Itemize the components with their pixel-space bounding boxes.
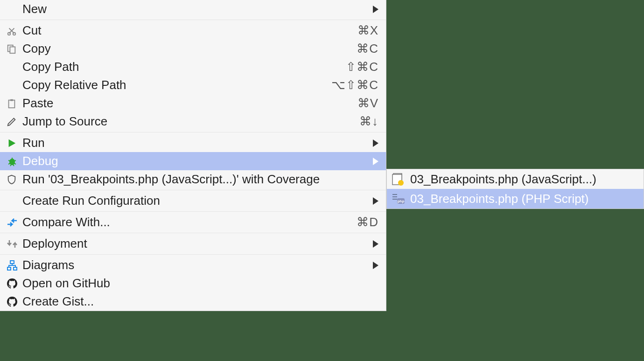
menu-label: Deployment: [22, 236, 366, 251]
menu-shortcut: ⌘↓: [359, 114, 378, 129]
svg-text:php: php: [398, 199, 405, 203]
chevron-right-icon: [369, 154, 378, 168]
menu-item-compare-with[interactable]: Compare With... ⌘D: [0, 213, 386, 231]
menu-shortcut: ⌘X: [357, 23, 378, 38]
menu-label: New: [22, 2, 366, 16]
svg-point-1: [13, 32, 16, 35]
chevron-right-icon: [369, 136, 378, 150]
menu-label: Run '03_Breakpoints.php (JavaScript...)'…: [22, 172, 378, 187]
cut-icon: [7, 26, 22, 36]
menu-label: Debug: [22, 154, 366, 168]
menu-item-open-on-github[interactable]: Open on GitHub: [0, 274, 386, 292]
menu-label: Jump to Source: [22, 114, 359, 129]
menu-item-create-gist[interactable]: Create Gist...: [0, 292, 386, 311]
submenu-item-js-debug[interactable]: 03_Breakpoints.php (JavaScript...): [387, 169, 644, 189]
menu-label: Copy Relative Path: [22, 78, 331, 92]
separator: [0, 132, 386, 132]
menu-label: Open on GitHub: [22, 276, 378, 291]
svg-point-12: [398, 180, 404, 186]
separator: [0, 190, 386, 190]
menu-shortcut: ⇧⌘C: [346, 60, 378, 74]
svg-point-0: [8, 32, 11, 35]
php-file-icon: php: [392, 193, 410, 205]
menu-label: Copy: [22, 42, 357, 56]
paste-icon: [7, 98, 22, 109]
menu-item-create-run-config[interactable]: Create Run Configuration: [0, 192, 386, 210]
copy-icon: [7, 44, 22, 54]
svg-rect-8: [7, 267, 11, 270]
menu-label: Paste: [22, 96, 357, 111]
debug-submenu: 03_Breakpoints.php (JavaScript...) php 0…: [386, 169, 644, 209]
menu-item-run[interactable]: Run: [0, 134, 386, 152]
svg-rect-9: [14, 267, 17, 270]
chevron-right-icon: [369, 194, 378, 208]
separator: [0, 233, 386, 233]
menu-shortcut: ⌘D: [357, 215, 378, 229]
js-file-icon: [392, 173, 410, 186]
menu-label: Copy Path: [22, 60, 346, 74]
separator: [0, 20, 386, 20]
menu-item-paste[interactable]: Paste ⌘V: [0, 94, 386, 112]
svg-rect-3: [10, 47, 15, 53]
context-menu: New Cut ⌘X Copy ⌘C Copy Path ⇧⌘C Copy Re…: [0, 0, 386, 311]
deployment-icon: [7, 239, 22, 249]
submenu-item-php-debug[interactable]: php 03_Breakpoints.php (PHP Script): [387, 189, 644, 208]
menu-label: Cut: [22, 23, 357, 38]
debug-icon: [7, 156, 22, 167]
svg-rect-4: [9, 100, 15, 108]
menu-item-run-coverage[interactable]: Run '03_Breakpoints.php (JavaScript...)'…: [0, 170, 386, 188]
menu-shortcut: ⌘C: [357, 42, 378, 56]
submenu-label: 03_Breakpoints.php (PHP Script): [410, 192, 636, 206]
menu-item-new[interactable]: New: [0, 0, 386, 18]
menu-item-copy[interactable]: Copy ⌘C: [0, 40, 386, 58]
pencil-icon: [7, 117, 22, 127]
chevron-right-icon: [369, 258, 378, 272]
diagram-icon: [7, 260, 22, 271]
submenu-label: 03_Breakpoints.php (JavaScript...): [410, 172, 636, 187]
chevron-right-icon: [369, 2, 378, 16]
menu-label: Create Gist...: [22, 294, 378, 309]
separator: [0, 254, 386, 255]
svg-rect-7: [10, 261, 14, 264]
coverage-icon: [7, 174, 22, 185]
svg-rect-13: [392, 194, 397, 195]
menu-label: Compare With...: [22, 215, 357, 229]
chevron-right-icon: [369, 236, 378, 251]
menu-item-copy-path[interactable]: Copy Path ⇧⌘C: [0, 58, 386, 76]
svg-point-6: [9, 159, 15, 165]
menu-label: Create Run Configuration: [22, 194, 366, 208]
menu-item-copy-relative-path[interactable]: Copy Relative Path ⌥⇧⌘C: [0, 76, 386, 94]
svg-rect-14: [392, 196, 397, 197]
compare-icon: [7, 218, 22, 227]
menu-label: Diagrams: [22, 258, 366, 272]
menu-item-deployment[interactable]: Deployment: [0, 235, 386, 253]
menu-shortcut: ⌥⇧⌘C: [331, 78, 378, 92]
menu-item-jump-to-source[interactable]: Jump to Source ⌘↓: [0, 112, 386, 131]
github-icon: [7, 296, 22, 307]
menu-item-cut[interactable]: Cut ⌘X: [0, 21, 386, 40]
menu-item-diagrams[interactable]: Diagrams: [0, 256, 386, 274]
separator: [0, 211, 386, 212]
menu-item-debug[interactable]: Debug: [0, 152, 386, 170]
svg-rect-5: [10, 99, 13, 101]
menu-shortcut: ⌘V: [357, 96, 378, 111]
svg-rect-15: [392, 199, 397, 200]
menu-label: Run: [22, 136, 366, 150]
github-icon: [7, 278, 22, 289]
run-icon: [7, 138, 22, 148]
